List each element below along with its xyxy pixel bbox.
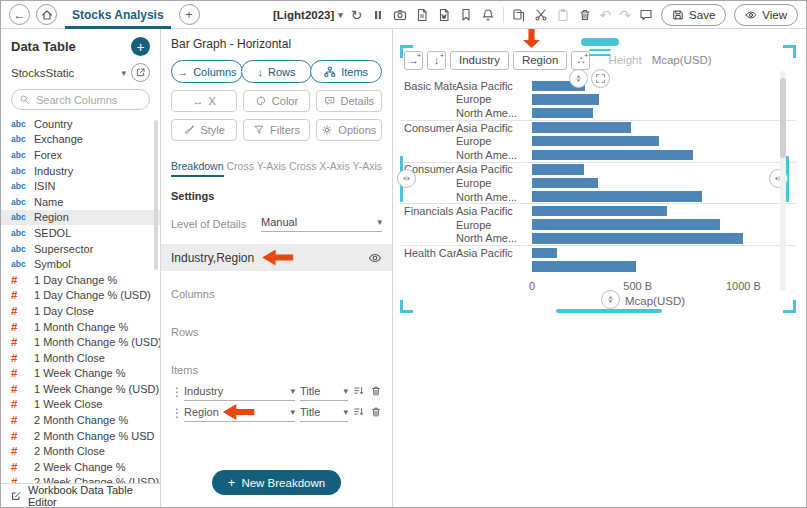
options-button[interactable]: Options bbox=[316, 119, 382, 141]
add-data-table-button[interactable]: + bbox=[131, 37, 150, 56]
x-button[interactable]: ↔X bbox=[171, 90, 237, 112]
screenshot-icon[interactable] bbox=[393, 8, 407, 22]
column-item-isin[interactable]: abcISIN bbox=[1, 178, 160, 194]
delete-item-button[interactable] bbox=[370, 383, 382, 401]
column-item-1-month-close[interactable]: #1 Month Close bbox=[1, 350, 160, 366]
bar[interactable] bbox=[532, 164, 584, 175]
delete-item-button[interactable] bbox=[370, 404, 382, 422]
drag-handle-icon[interactable]: ⋮ bbox=[171, 406, 179, 420]
data-table-name[interactable]: StocksStatic bbox=[11, 67, 116, 79]
bar[interactable] bbox=[532, 150, 693, 161]
view-button[interactable]: View bbox=[734, 4, 798, 26]
item-field-select-industry[interactable]: Industry▾ bbox=[184, 382, 295, 401]
chart-scrollbar-thumb[interactable] bbox=[780, 78, 786, 158]
resize-bottom-handle[interactable] bbox=[601, 290, 620, 309]
column-list-scrollbar[interactable] bbox=[154, 120, 158, 270]
column-item-1-week-change[interactable]: #1 Week Change % bbox=[1, 366, 160, 382]
visibility-icon[interactable] bbox=[368, 251, 382, 265]
details-button[interactable]: Details bbox=[316, 90, 382, 112]
column-item-industry[interactable]: abcIndustry bbox=[1, 163, 160, 179]
bar[interactable] bbox=[532, 178, 598, 189]
column-item-sedol[interactable]: abcSEDOL bbox=[1, 225, 160, 241]
tab-y-axis[interactable]: Y-Axis bbox=[353, 157, 382, 177]
drag-handle-icon[interactable]: ⋮ bbox=[171, 385, 179, 399]
column-item-country[interactable]: abcCountry bbox=[1, 116, 160, 132]
resize-vertical-handle[interactable] bbox=[569, 69, 588, 88]
bar[interactable] bbox=[532, 206, 667, 217]
chevron-down-icon[interactable]: ▾ bbox=[121, 68, 126, 78]
column-item-1-week-close[interactable]: #1 Week Close bbox=[1, 397, 160, 413]
column-item-name[interactable]: abcName bbox=[1, 194, 160, 210]
eye-icon bbox=[745, 9, 757, 21]
bar[interactable] bbox=[532, 94, 599, 105]
style-button[interactable]: Style bbox=[171, 119, 237, 141]
column-search[interactable] bbox=[11, 89, 150, 110]
item-mode-select[interactable]: Title▾ bbox=[300, 382, 348, 401]
save-button[interactable]: Save bbox=[661, 4, 726, 26]
copy-icon[interactable] bbox=[512, 8, 526, 22]
new-breakdown-button[interactable]: + New Breakdown bbox=[212, 470, 341, 495]
bar[interactable] bbox=[532, 219, 720, 230]
theme-selector[interactable]: [Light2023] ▾ bbox=[273, 9, 343, 21]
bar[interactable] bbox=[532, 122, 631, 133]
column-item-1-week-change-usd[interactable]: #1 Week Change % (USD) bbox=[1, 381, 160, 397]
sort-button[interactable] bbox=[353, 404, 365, 422]
notifications-icon[interactable] bbox=[481, 8, 495, 22]
column-item-1-month-change[interactable]: #1 Month Change % bbox=[1, 319, 160, 335]
delete-icon[interactable] bbox=[578, 8, 592, 22]
level-of-details-select[interactable]: Manual ▾ bbox=[261, 216, 382, 232]
bar[interactable] bbox=[532, 233, 743, 244]
open-data-table-button[interactable] bbox=[131, 63, 150, 82]
tab-cross-x-axis[interactable]: Cross X-Axis bbox=[289, 157, 350, 177]
rows-button[interactable]: ↓Rows bbox=[241, 60, 313, 83]
column-item-1-day-change-usd[interactable]: #1 Day Change % (USD) bbox=[1, 288, 160, 304]
bar[interactable] bbox=[532, 108, 593, 119]
sort-button[interactable] bbox=[353, 383, 365, 401]
column-item-symbol[interactable]: abcSymbol bbox=[1, 256, 160, 272]
pause-icon[interactable] bbox=[371, 8, 385, 22]
back-button[interactable]: ← bbox=[9, 4, 30, 25]
bookmark-icon[interactable] bbox=[459, 8, 473, 22]
filters-button[interactable]: Filters bbox=[243, 119, 309, 141]
bar[interactable] bbox=[532, 248, 557, 259]
widget-menu-handle[interactable] bbox=[581, 38, 619, 56]
column-item-2-month-change-usd[interactable]: #2 Month Change % USD bbox=[1, 428, 160, 444]
column-item-2-month-change[interactable]: #2 Month Change % bbox=[1, 412, 160, 428]
dashboard-tab[interactable]: Stocks Analysis bbox=[63, 1, 173, 28]
cut-icon[interactable] bbox=[534, 8, 548, 22]
bar[interactable] bbox=[532, 261, 636, 272]
search-columns-input[interactable] bbox=[34, 93, 142, 107]
column-item-region[interactable]: abcRegion bbox=[1, 210, 160, 226]
column-item-1-day-change[interactable]: #1 Day Change % bbox=[1, 272, 160, 288]
column-item-1-month-change-usd[interactable]: #1 Month Change % (USD) bbox=[1, 334, 160, 350]
column-item-supersector[interactable]: abcSupersector bbox=[1, 241, 160, 257]
add-rows-axis-button[interactable]: ↓+ bbox=[427, 51, 446, 70]
item-field-select-region[interactable]: Region▾ bbox=[184, 403, 295, 422]
breakdown-chip-region[interactable]: Region bbox=[513, 51, 567, 70]
column-item-1-day-close[interactable]: #1 Day Close bbox=[1, 303, 160, 319]
tab-cross-y-axis[interactable]: Cross Y-Axis bbox=[226, 157, 286, 177]
breakdown-chip-industry[interactable]: Industry bbox=[450, 51, 509, 70]
home-button[interactable] bbox=[36, 4, 57, 25]
column-item-exchange[interactable]: abcExchange bbox=[1, 132, 160, 148]
workbook-data-table-editor-button[interactable]: Workbook Data Table Editor bbox=[1, 483, 160, 507]
refresh-icon[interactable]: ↻ bbox=[351, 7, 363, 23]
export-document-icon[interactable] bbox=[437, 8, 451, 22]
resize-left-handle[interactable] bbox=[397, 169, 416, 188]
color-button[interactable]: Color bbox=[243, 90, 309, 112]
item-mode-select[interactable]: Title▾ bbox=[300, 403, 348, 422]
bar[interactable] bbox=[532, 191, 702, 202]
breakdown-row[interactable]: Industry,Region bbox=[161, 244, 392, 271]
column-item-2-month-close[interactable]: #2 Month Close bbox=[1, 443, 160, 459]
columns-button[interactable]: →Columns bbox=[171, 60, 243, 83]
bar[interactable] bbox=[532, 136, 659, 147]
column-item-2-week-change-usd[interactable]: #2 Week Change % (USD) bbox=[1, 475, 160, 483]
add-dashboard-button[interactable]: + bbox=[179, 4, 200, 25]
export-pdf-icon[interactable] bbox=[415, 8, 429, 22]
tab-breakdown[interactable]: Breakdown bbox=[171, 157, 224, 177]
column-item-forex[interactable]: abcForex bbox=[1, 147, 160, 163]
items-button[interactable]: Items bbox=[310, 60, 382, 83]
column-item-2-week-change[interactable]: #2 Week Change % bbox=[1, 459, 160, 475]
maximize-widget-button[interactable] bbox=[591, 69, 610, 88]
comment-icon[interactable] bbox=[639, 8, 653, 22]
